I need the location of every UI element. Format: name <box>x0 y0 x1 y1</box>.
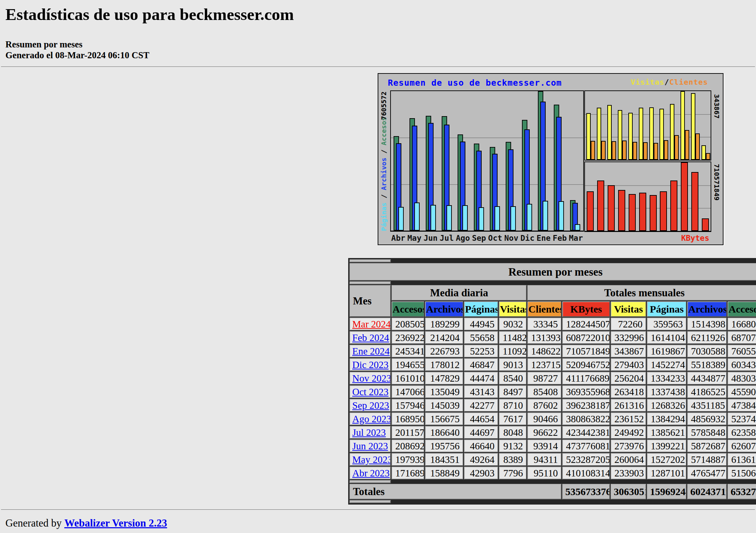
column-header-visitas: Visitas <box>611 301 646 317</box>
cell-clientes: 95110 <box>527 467 562 479</box>
bar-clientes <box>674 135 679 160</box>
table-row: Jul 202320115718664044697804896622423442… <box>350 426 756 439</box>
cell-clientes: 131393 <box>527 331 562 344</box>
cell-visitas: 256204 <box>611 372 646 385</box>
bar-visitas <box>680 91 685 160</box>
month-link[interactable]: Jun 2023 <box>352 441 388 451</box>
cell-páginas: 1268326 <box>647 399 687 412</box>
table-spacer-row <box>350 281 756 284</box>
bar-paginas <box>543 201 548 231</box>
cell-archivos: 158849 <box>425 467 463 479</box>
cell-páginas: 1337438 <box>647 385 687 398</box>
cell-páginas: 44945 <box>464 318 498 331</box>
month-link[interactable]: Jul 2023 <box>352 427 386 438</box>
month-tick-label: Dic <box>519 234 536 242</box>
cell-archivos: 4186525 <box>687 385 727 398</box>
monthly-summary-table: Resumen por meses Mes Media diaria Total… <box>348 258 754 505</box>
month-link[interactable]: Mar 2024 <box>352 319 391 329</box>
month-tick-label: Ene <box>536 234 552 242</box>
graph-title: Resumen de uso de beckmesser.com <box>388 78 562 88</box>
cell-páginas: 1452274 <box>647 358 687 371</box>
table-row: Ago 202316895015667544654761790466380863… <box>350 412 756 425</box>
cell-páginas: 44474 <box>464 372 498 385</box>
cell-accesos: 6260786 <box>728 440 756 452</box>
cell-clientes: 96622 <box>527 426 562 439</box>
cell-páginas: 46640 <box>464 440 498 452</box>
cell-archivos: 145039 <box>425 399 463 412</box>
month-link[interactable]: Dic 2023 <box>352 359 388 370</box>
bar-visitas <box>691 93 695 160</box>
bar-clientes <box>612 141 616 160</box>
cell-kbytes: 523287205 <box>562 453 610 466</box>
legend-separator: / <box>665 78 669 86</box>
bar-kbytes <box>702 218 709 231</box>
total-value: 5356733765 <box>562 484 610 499</box>
month-tick-label: May <box>406 234 423 242</box>
cell-páginas: 52253 <box>464 345 498 358</box>
cell-visitas: 8389 <box>499 453 527 466</box>
cell-accesos: 161010 <box>392 372 424 385</box>
column-header-accesos: Accesos <box>392 301 424 317</box>
cell-archivos: 226793 <box>425 345 463 358</box>
month-link[interactable]: Sep 2023 <box>352 400 389 411</box>
month-link[interactable]: Ene 2024 <box>352 346 390 357</box>
month-tick-label: Oct <box>487 234 503 242</box>
cell-páginas: 1385621 <box>647 426 687 439</box>
cell-páginas: 359563 <box>647 318 687 331</box>
table-title: Resumen por meses <box>350 263 756 281</box>
bar-visitas <box>586 113 591 160</box>
bar-clientes <box>664 140 668 160</box>
bar-visitas <box>607 105 612 160</box>
month-tick-label: Feb <box>552 234 568 242</box>
cell-páginas: 42903 <box>464 467 498 479</box>
cell-archivos: 7030588 <box>687 345 727 358</box>
plot-kbytes <box>584 162 711 232</box>
cell-accesos: 147066 <box>392 385 424 398</box>
bar-visitas <box>701 145 706 160</box>
cell-accesos: 171689 <box>392 467 424 479</box>
month-link[interactable]: Nov 2023 <box>352 373 391 384</box>
cell-clientes: 148622 <box>527 345 562 358</box>
table-row: Mar 202420850518929944945903233345128244… <box>350 318 756 331</box>
month-link[interactable]: May 2023 <box>352 454 391 465</box>
summary-period-label: Resumen por meses <box>5 39 751 50</box>
bottom-divider <box>1 509 755 510</box>
cell-archivos: 156675 <box>425 412 463 425</box>
cell-visitas: 8710 <box>499 399 527 412</box>
column-header-visitas: Visitas <box>499 301 527 317</box>
cell-kbytes: 396238187 <box>562 399 610 412</box>
month-link[interactable]: Abr 2023 <box>352 468 390 478</box>
cell-kbytes: 369355968 <box>562 385 610 398</box>
month-link[interactable]: Oct 2023 <box>352 386 388 397</box>
bar-kbytes <box>608 185 615 231</box>
bar-clientes <box>685 130 689 160</box>
cell-clientes: 85408 <box>527 385 562 398</box>
cell-kbytes: 473776081 <box>562 440 610 452</box>
cell-visitas: 9032 <box>499 318 527 331</box>
cell-accesos: 168950 <box>392 412 424 425</box>
cell-páginas: 1334233 <box>647 372 687 385</box>
webalizer-version-link[interactable]: Webalizer Version 2.23 <box>64 517 167 529</box>
bar-kbytes <box>629 194 636 231</box>
month-link[interactable]: Feb 2024 <box>352 332 389 343</box>
table-spacer-row <box>350 259 756 262</box>
cell-visitas: 8048 <box>499 426 527 439</box>
cell-accesos: 208692 <box>392 440 424 452</box>
bar-clientes <box>706 153 710 160</box>
cell-visitas: 11092 <box>499 345 527 358</box>
cell-archivos: 5714887 <box>687 453 727 466</box>
bar-paginas <box>495 206 500 231</box>
cell-kbytes: 410108314 <box>562 467 610 479</box>
cell-accesos: 208505 <box>392 318 424 331</box>
bar-kbytes <box>587 191 594 231</box>
cell-archivos: 214204 <box>425 331 463 344</box>
cell-páginas: 44654 <box>464 412 498 425</box>
cell-visitas: 9013 <box>499 358 527 371</box>
month-link[interactable]: Ago 2023 <box>352 413 391 424</box>
plot-accesos-archivos-paginas <box>390 90 584 232</box>
bar-paginas <box>559 201 564 231</box>
cell-páginas: 49264 <box>464 453 498 466</box>
cell-páginas: 42277 <box>464 399 498 412</box>
cell-visitas: 11482 <box>499 331 527 344</box>
column-header-páginas: Páginas <box>464 301 498 317</box>
